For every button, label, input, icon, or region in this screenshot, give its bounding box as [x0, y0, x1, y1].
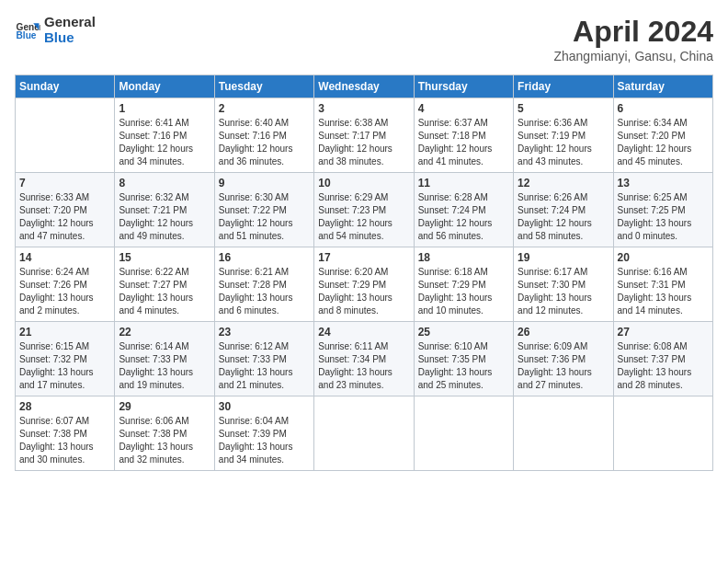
day-number: 15: [119, 251, 210, 264]
calendar-cell: 27Sunrise: 6:08 AM Sunset: 7:37 PM Dayli…: [613, 322, 712, 396]
day-info: Sunrise: 6:10 AM Sunset: 7:35 PM Dayligh…: [418, 340, 509, 392]
day-info: Sunrise: 6:40 AM Sunset: 7:16 PM Dayligh…: [219, 117, 310, 168]
svg-text:Blue: Blue: [17, 30, 37, 40]
calendar-cell: 8Sunrise: 6:32 AM Sunset: 7:21 PM Daylig…: [115, 173, 214, 247]
day-info: Sunrise: 6:34 AM Sunset: 7:20 PM Dayligh…: [618, 117, 709, 168]
calendar-cell: 23Sunrise: 6:12 AM Sunset: 7:33 PM Dayli…: [214, 322, 313, 396]
day-number: 4: [418, 102, 509, 115]
calendar-week-row: 1Sunrise: 6:41 AM Sunset: 7:16 PM Daylig…: [16, 98, 713, 173]
day-header-monday: Monday: [115, 75, 214, 98]
calendar-cell: 2Sunrise: 6:40 AM Sunset: 7:16 PM Daylig…: [214, 98, 313, 173]
day-number: 6: [618, 102, 709, 115]
day-info: Sunrise: 6:06 AM Sunset: 7:38 PM Dayligh…: [119, 415, 210, 466]
calendar-cell: 13Sunrise: 6:25 AM Sunset: 7:25 PM Dayli…: [613, 173, 712, 247]
calendar-cell: [414, 396, 513, 471]
calendar-cell: 14Sunrise: 6:24 AM Sunset: 7:26 PM Dayli…: [16, 247, 115, 322]
calendar-cell: 25Sunrise: 6:10 AM Sunset: 7:35 PM Dayli…: [414, 322, 513, 396]
day-header-wednesday: Wednesday: [314, 75, 414, 98]
location-subtitle: Zhangmianyi, Gansu, China: [553, 49, 713, 63]
calendar-cell: 1Sunrise: 6:41 AM Sunset: 7:16 PM Daylig…: [115, 98, 214, 173]
day-info: Sunrise: 6:28 AM Sunset: 7:24 PM Dayligh…: [418, 191, 509, 243]
day-number: 25: [418, 326, 509, 339]
day-info: Sunrise: 6:30 AM Sunset: 7:22 PM Dayligh…: [219, 191, 310, 243]
day-info: Sunrise: 6:07 AM Sunset: 7:38 PM Dayligh…: [19, 415, 110, 466]
day-number: 19: [518, 251, 609, 264]
calendar-week-row: 7Sunrise: 6:33 AM Sunset: 7:20 PM Daylig…: [16, 173, 713, 247]
logo: General Blue General Blue: [15, 15, 96, 45]
day-number: 14: [19, 251, 110, 264]
day-number: 7: [19, 177, 110, 190]
calendar-cell: 6Sunrise: 6:34 AM Sunset: 7:20 PM Daylig…: [613, 98, 712, 173]
day-info: Sunrise: 6:41 AM Sunset: 7:16 PM Dayligh…: [119, 117, 210, 168]
day-number: 24: [318, 326, 409, 339]
calendar-cell: 30Sunrise: 6:04 AM Sunset: 7:39 PM Dayli…: [214, 396, 313, 471]
calendar-table: SundayMondayTuesdayWednesdayThursdayFrid…: [15, 75, 713, 471]
calendar-cell: [314, 396, 414, 471]
day-info: Sunrise: 6:25 AM Sunset: 7:25 PM Dayligh…: [618, 191, 709, 243]
day-number: 23: [219, 326, 310, 339]
calendar-week-row: 28Sunrise: 6:07 AM Sunset: 7:38 PM Dayli…: [16, 396, 713, 471]
calendar-cell: 5Sunrise: 6:36 AM Sunset: 7:19 PM Daylig…: [514, 98, 613, 173]
day-info: Sunrise: 6:32 AM Sunset: 7:21 PM Dayligh…: [119, 191, 210, 243]
day-info: Sunrise: 6:16 AM Sunset: 7:31 PM Dayligh…: [618, 266, 709, 317]
logo-blue: Blue: [44, 30, 96, 46]
day-number: 21: [19, 326, 110, 339]
calendar-week-row: 14Sunrise: 6:24 AM Sunset: 7:26 PM Dayli…: [16, 247, 713, 322]
calendar-cell: [613, 396, 712, 471]
day-header-friday: Friday: [514, 75, 613, 98]
day-info: Sunrise: 6:08 AM Sunset: 7:37 PM Dayligh…: [618, 340, 709, 392]
calendar-cell: 19Sunrise: 6:17 AM Sunset: 7:30 PM Dayli…: [514, 247, 613, 322]
day-info: Sunrise: 6:12 AM Sunset: 7:33 PM Dayligh…: [219, 340, 310, 392]
calendar-cell: 28Sunrise: 6:07 AM Sunset: 7:38 PM Dayli…: [16, 396, 115, 471]
day-info: Sunrise: 6:21 AM Sunset: 7:28 PM Dayligh…: [219, 266, 310, 317]
day-info: Sunrise: 6:22 AM Sunset: 7:27 PM Dayligh…: [119, 266, 210, 317]
calendar-header-row: SundayMondayTuesdayWednesdayThursdayFrid…: [16, 75, 713, 98]
day-header-saturday: Saturday: [613, 75, 712, 98]
day-number: 27: [618, 326, 709, 339]
day-number: 16: [219, 251, 310, 264]
calendar-cell: [16, 98, 115, 173]
day-info: Sunrise: 6:18 AM Sunset: 7:29 PM Dayligh…: [418, 266, 509, 317]
day-number: 22: [119, 326, 210, 339]
calendar-cell: 21Sunrise: 6:15 AM Sunset: 7:32 PM Dayli…: [16, 322, 115, 396]
day-number: 8: [119, 177, 210, 190]
calendar-cell: 22Sunrise: 6:14 AM Sunset: 7:33 PM Dayli…: [115, 322, 214, 396]
day-number: 2: [219, 102, 310, 115]
day-number: 1: [119, 102, 210, 115]
logo-icon: General Blue: [15, 17, 40, 43]
day-info: Sunrise: 6:20 AM Sunset: 7:29 PM Dayligh…: [318, 266, 409, 317]
calendar-cell: 20Sunrise: 6:16 AM Sunset: 7:31 PM Dayli…: [613, 247, 712, 322]
calendar-cell: 3Sunrise: 6:38 AM Sunset: 7:17 PM Daylig…: [314, 98, 414, 173]
day-number: 11: [418, 177, 509, 190]
calendar-cell: 26Sunrise: 6:09 AM Sunset: 7:36 PM Dayli…: [514, 322, 613, 396]
calendar-cell: 15Sunrise: 6:22 AM Sunset: 7:27 PM Dayli…: [115, 247, 214, 322]
calendar-cell: [514, 396, 613, 471]
calendar-cell: 17Sunrise: 6:20 AM Sunset: 7:29 PM Dayli…: [314, 247, 414, 322]
day-number: 28: [19, 400, 110, 413]
day-number: 9: [219, 177, 310, 190]
day-info: Sunrise: 6:09 AM Sunset: 7:36 PM Dayligh…: [518, 340, 609, 392]
day-number: 18: [418, 251, 509, 264]
day-info: Sunrise: 6:14 AM Sunset: 7:33 PM Dayligh…: [119, 340, 210, 392]
day-number: 10: [318, 177, 409, 190]
page-header: General Blue General Blue April 2024 Zha…: [15, 15, 713, 63]
month-year-title: April 2024: [553, 15, 713, 49]
day-info: Sunrise: 6:38 AM Sunset: 7:17 PM Dayligh…: [318, 117, 409, 168]
calendar-cell: 10Sunrise: 6:29 AM Sunset: 7:23 PM Dayli…: [314, 173, 414, 247]
day-info: Sunrise: 6:36 AM Sunset: 7:19 PM Dayligh…: [518, 117, 609, 168]
day-number: 5: [518, 102, 609, 115]
day-number: 30: [219, 400, 310, 413]
day-info: Sunrise: 6:04 AM Sunset: 7:39 PM Dayligh…: [219, 415, 310, 466]
day-number: 3: [318, 102, 409, 115]
day-info: Sunrise: 6:33 AM Sunset: 7:20 PM Dayligh…: [19, 191, 110, 243]
day-info: Sunrise: 6:29 AM Sunset: 7:23 PM Dayligh…: [318, 191, 409, 243]
day-number: 20: [618, 251, 709, 264]
calendar-cell: 9Sunrise: 6:30 AM Sunset: 7:22 PM Daylig…: [214, 173, 313, 247]
day-info: Sunrise: 6:37 AM Sunset: 7:18 PM Dayligh…: [418, 117, 509, 168]
title-block: April 2024 Zhangmianyi, Gansu, China: [553, 15, 713, 63]
day-info: Sunrise: 6:17 AM Sunset: 7:30 PM Dayligh…: [518, 266, 609, 317]
day-info: Sunrise: 6:26 AM Sunset: 7:24 PM Dayligh…: [518, 191, 609, 243]
calendar-cell: 12Sunrise: 6:26 AM Sunset: 7:24 PM Dayli…: [514, 173, 613, 247]
day-number: 29: [119, 400, 210, 413]
calendar-cell: 16Sunrise: 6:21 AM Sunset: 7:28 PM Dayli…: [214, 247, 313, 322]
